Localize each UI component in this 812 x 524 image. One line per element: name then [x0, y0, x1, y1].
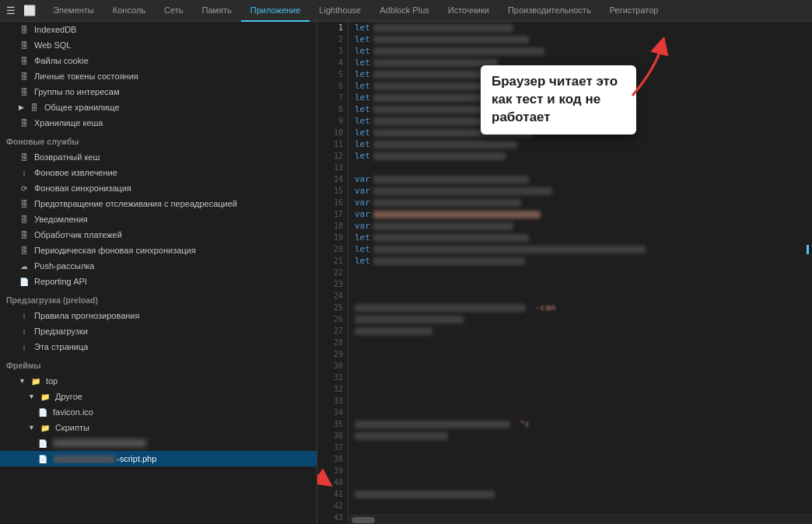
- code-line-36: [348, 430, 812, 442]
- tab-adblock[interactable]: Adblock Plus: [370, 0, 439, 22]
- sidebar-item-bg-fetch[interactable]: ↕ Фоновое извлечение: [0, 165, 317, 180]
- device-icon[interactable]: ⬜: [22, 3, 37, 19]
- bell-icon: 🗄: [19, 214, 30, 225]
- tab-memory[interactable]: Память: [193, 0, 241, 22]
- code-line-12: let: [348, 150, 812, 162]
- code-line-2: let: [348, 33, 812, 45]
- expand-arrow: ▼: [19, 377, 26, 385]
- callout-tooltip: Браузер читает это как тест и код не раб…: [481, 65, 636, 134]
- sidebar-item-periodic-sync[interactable]: 🗄 Периодическая фоновая синхронизация: [0, 243, 317, 258]
- sidebar-item-cache-storage[interactable]: 🗄 Хранилище кеша: [0, 115, 317, 131]
- arrow-icon: ↕: [19, 310, 30, 321]
- sync-icon: ⟳: [19, 183, 30, 194]
- folder-icon: 📁: [30, 376, 41, 386]
- sidebar-item-speculation-rules[interactable]: ↕ Правила прогнозирования: [0, 308, 317, 323]
- code-line-34: [348, 407, 812, 418]
- sidebar-item-script-blurred[interactable]: 📄 blurred: [0, 435, 317, 451]
- sidebar-item-notifications[interactable]: 🗄 Уведомления: [0, 211, 317, 227]
- db-icon: 🗄: [19, 24, 30, 35]
- code-line-3: let: [348, 45, 812, 57]
- db-icon: 🗄: [19, 71, 30, 82]
- code-line-17: var: [348, 208, 812, 220]
- sidebar-item-other[interactable]: ▼ 📁 Другое: [0, 389, 317, 404]
- code-line-15: var: [348, 185, 812, 197]
- sidebar-item-push[interactable]: ☁ Push-рассылка: [0, 258, 317, 274]
- expand-arrow: ▼: [28, 393, 35, 400]
- code-line-39: [348, 465, 812, 477]
- sidebar-item-cookies[interactable]: 🗄 Файлы cookie: [0, 53, 317, 68]
- sidebar[interactable]: 🗄 IndexedDB 🗄 Web SQL 🗄 Файлы cookie 🗄 Л…: [0, 22, 317, 524]
- code-line-18: var: [348, 220, 812, 232]
- file-icon: 📄: [37, 438, 48, 449]
- code-line-23: [348, 278, 812, 290]
- code-line-38: [348, 453, 812, 465]
- tab-registrar[interactable]: Регистратор: [600, 0, 668, 22]
- code-line-11: let: [348, 138, 812, 150]
- sidebar-item-payment-handler[interactable]: 🗄 Обработчик платежей: [0, 227, 317, 243]
- code-line-33: [348, 395, 812, 407]
- code-line-26: [348, 313, 812, 325]
- tab-performance[interactable]: Производительность: [499, 0, 600, 22]
- devtools-window: ☰ ⬜ Элементы Консоль Сеть Память Приложе…: [0, 0, 812, 524]
- code-line-29: [348, 348, 812, 360]
- sidebar-item-private-tokens[interactable]: 🗄 Личные токены состояния: [0, 68, 317, 84]
- tab-console[interactable]: Консоль: [103, 0, 155, 22]
- code-line-27: [348, 325, 812, 337]
- code-line-41: [348, 488, 812, 500]
- code-line-32: [348, 383, 812, 395]
- code-line-37: [348, 442, 812, 453]
- sidebar-item-preloads[interactable]: ↕ Предзагрузки: [0, 323, 317, 339]
- sidebar-item-back-cache[interactable]: 🗄 Возвратный кеш: [0, 149, 317, 165]
- db-icon: 🗄: [19, 152, 30, 162]
- sidebar-item-bg-sync[interactable]: ⟳ Фоновая синхронизация: [0, 180, 317, 196]
- arrow-icon: ↕: [19, 167, 30, 178]
- sidebar-item-scripts[interactable]: ▼ 📁 Скрипты: [0, 420, 317, 435]
- main-container: 🗄 IndexedDB 🗄 Web SQL 🗄 Файлы cookie 🗄 Л…: [0, 22, 812, 524]
- db-icon: 🗄: [19, 86, 30, 97]
- code-line-40: [348, 477, 812, 488]
- arrow-icon: ↕: [19, 326, 30, 337]
- tab-network[interactable]: Сеть: [155, 0, 192, 22]
- db-icon: 🗄: [19, 40, 30, 51]
- code-line-25: -can: [348, 302, 812, 313]
- line-numbers: 1 2 3 4 5 6 7 8 9 10 11 12 13 14 15 16 1…: [317, 22, 348, 524]
- db-icon: 🗄: [19, 198, 30, 209]
- code-line-24: [348, 290, 812, 302]
- code-line-22: [348, 267, 812, 278]
- sidebar-item-this-page[interactable]: ↕ Эта страница: [0, 339, 317, 355]
- cookie-icon: 🗄: [19, 55, 30, 66]
- tab-application[interactable]: Приложение: [241, 0, 310, 22]
- code-line-14: var: [348, 173, 812, 185]
- code-line-20: let: [348, 243, 812, 255]
- expand-arrow: ▼: [28, 424, 35, 431]
- code-line-19: let: [348, 232, 812, 243]
- tab-elements[interactable]: Элементы: [44, 0, 103, 22]
- sidebar-item-websql[interactable]: 🗄 Web SQL: [0, 37, 317, 53]
- nav-tabs: Элементы Консоль Сеть Память Приложение …: [44, 0, 667, 21]
- code-line-31: [348, 372, 812, 383]
- code-line-42: [348, 500, 812, 512]
- expand-arrow: ▶: [19, 103, 24, 111]
- section-title-frames: Фреймы: [0, 355, 317, 373]
- bottom-scrollbar[interactable]: [348, 515, 812, 524]
- sidebar-item-indexeddb[interactable]: 🗄 IndexedDB: [0, 22, 317, 37]
- sidebar-item-favicon[interactable]: 📄 favicon.ico: [0, 404, 317, 420]
- arrow-icon: ↕: [19, 341, 30, 352]
- tab-sources[interactable]: Источники: [439, 0, 499, 22]
- sidebar-item-interest-groups[interactable]: 🗄 Группы по интересам: [0, 84, 317, 100]
- sidebar-item-top[interactable]: ▼ 📁 top: [0, 373, 317, 389]
- code-line-1: let: [348, 22, 812, 33]
- sidebar-item-bounce-tracking[interactable]: 🗄 Предотвращение отслеживания с переадре…: [0, 196, 317, 211]
- code-line-35: "c: [348, 418, 812, 430]
- code-line-30: [348, 360, 812, 372]
- tab-lighthouse[interactable]: Lighthouse: [310, 0, 370, 22]
- sidebar-item-reporting-api[interactable]: 📄 Reporting API: [0, 274, 317, 289]
- card-icon: 🗄: [19, 229, 30, 240]
- folder-icon: 📁: [40, 391, 51, 402]
- sidebar-item-script-php[interactable]: 📄 -script.php: [0, 451, 317, 466]
- sidebar-item-shared-storage[interactable]: ▶ 🗄 Общее хранилище: [0, 100, 317, 115]
- section-title-background: Фоновые службы: [0, 131, 317, 149]
- code-line-13: [348, 162, 812, 173]
- db-icon: 🗄: [19, 245, 30, 256]
- menu-icon[interactable]: ☰: [3, 3, 19, 19]
